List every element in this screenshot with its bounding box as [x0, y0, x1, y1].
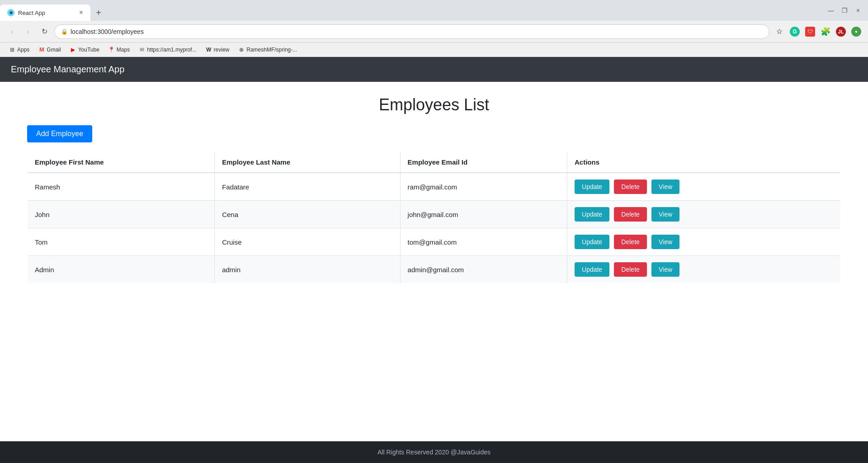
cell-last-name: Cruise — [215, 228, 400, 256]
bookmark-review[interactable]: W review — [202, 45, 233, 54]
view-button[interactable]: View — [651, 207, 679, 222]
col-first-name: Employee First Name — [28, 152, 215, 173]
youtube-icon: ▶ — [70, 47, 76, 53]
cell-email: ram@gmail.com — [400, 173, 567, 201]
ext-shield-icon[interactable]: 🛡 — [804, 25, 816, 38]
cell-email: john@gmail.com — [400, 201, 567, 228]
cell-first-name: John — [28, 201, 215, 228]
browser-toolbar: ‹ › ↻ 🔒 ☆ G 🛡 🧩 JL ● — [0, 21, 868, 43]
bookmark-myprof-label: https://am1.myprof... — [147, 47, 196, 53]
cell-last-name: Cena — [215, 201, 400, 228]
table-header-row: Employee First Name Employee Last Name E… — [28, 152, 841, 173]
bookmark-gmail-label: Gmail — [47, 47, 61, 53]
apps-icon: ⊞ — [9, 47, 15, 53]
new-tab-button[interactable]: + — [90, 5, 107, 21]
update-button[interactable]: Update — [575, 207, 609, 222]
email-icon: ✉ — [139, 47, 145, 53]
bookmark-maps[interactable]: 📍 Maps — [105, 45, 133, 54]
add-employee-button[interactable]: Add Employee — [27, 125, 92, 142]
cell-email: tom@gmail.com — [400, 228, 567, 256]
tab-title: React App — [18, 9, 45, 16]
cell-actions: Update Delete View — [567, 256, 841, 283]
lock-icon: 🔒 — [61, 28, 68, 35]
tab-bar: ⚛ React App × + — ❐ × — [0, 0, 868, 21]
window-controls: — ❐ × — [825, 0, 868, 21]
browser-window: ⚛ React App × + — ❐ × ‹ › ↻ 🔒 ☆ G 🛡 — [0, 0, 868, 463]
col-actions: Actions — [567, 152, 841, 173]
ext-circle-icon[interactable]: ● — [850, 25, 863, 38]
minimize-button[interactable]: — — [825, 4, 837, 17]
bookmark-review-label: review — [214, 47, 230, 53]
active-tab[interactable]: ⚛ React App × — [0, 5, 90, 21]
forward-button[interactable]: › — [22, 25, 34, 38]
bookmark-youtube[interactable]: ▶ YouTube — [66, 45, 103, 54]
app-navbar: Employee Management App — [0, 57, 868, 82]
toolbar-icons: ☆ G 🛡 🧩 JL ● — [773, 25, 863, 38]
tab-favicon: ⚛ — [7, 9, 14, 16]
cell-email: admin@gmail.com — [400, 256, 567, 283]
bookmark-github-label: RameshMF/spring-... — [246, 47, 297, 53]
bookmark-github[interactable]: ⊕ RameshMF/spring-... — [235, 45, 301, 54]
address-input[interactable] — [71, 28, 763, 35]
cell-first-name: Admin — [28, 256, 215, 283]
cell-last-name: Fadatare — [215, 173, 400, 201]
update-button[interactable]: Update — [575, 235, 609, 249]
ext-puzzle-icon[interactable]: 🧩 — [819, 25, 832, 38]
star-icon[interactable]: ☆ — [773, 25, 786, 38]
col-email: Employee Email Id — [400, 152, 567, 173]
app-navbar-title: Employee Management App — [11, 64, 124, 74]
main-content: Employees List Add Employee Employee Fir… — [0, 82, 868, 441]
table-row: Ramesh Fadatare ram@gmail.com Update Del… — [28, 173, 841, 201]
github-icon: ⊕ — [238, 47, 245, 53]
cell-first-name: Tom — [28, 228, 215, 256]
footer-text: All Rights Reserved 2020 @JavaGuides — [377, 449, 491, 456]
delete-button[interactable]: Delete — [614, 262, 646, 277]
cell-actions: Update Delete View — [567, 173, 841, 201]
table-row: Tom Cruise tom@gmail.com Update Delete V… — [28, 228, 841, 256]
page-title: Employees List — [27, 95, 841, 114]
bookmark-myprof[interactable]: ✉ https://am1.myprof... — [135, 45, 200, 54]
ext-grammarly-icon[interactable]: G — [788, 25, 801, 38]
cell-last-name: admin — [215, 256, 400, 283]
close-button[interactable]: × — [852, 4, 864, 17]
bookmark-maps-label: Maps — [117, 47, 130, 53]
maps-icon: 📍 — [108, 47, 115, 53]
view-button[interactable]: View — [651, 262, 679, 277]
col-last-name: Employee Last Name — [215, 152, 400, 173]
update-button[interactable]: Update — [575, 262, 609, 277]
delete-button[interactable]: Delete — [614, 207, 646, 222]
view-button[interactable]: View — [651, 180, 679, 194]
tab-close-button[interactable]: × — [79, 9, 83, 16]
table-row: Admin admin admin@gmail.com Update Delet… — [28, 256, 841, 283]
address-bar[interactable]: 🔒 — [54, 24, 769, 39]
cell-actions: Update Delete View — [567, 228, 841, 256]
gmail-icon: M — [38, 47, 45, 53]
ext-user-icon[interactable]: JL — [835, 25, 847, 38]
back-button[interactable]: ‹ — [5, 25, 18, 38]
employee-table: Employee First Name Employee Last Name E… — [27, 151, 841, 283]
bookmark-gmail[interactable]: M Gmail — [35, 45, 64, 54]
cell-actions: Update Delete View — [567, 201, 841, 228]
update-button[interactable]: Update — [575, 180, 609, 194]
bookmark-apps[interactable]: ⊞ Apps — [5, 45, 33, 54]
bookmark-youtube-label: YouTube — [78, 47, 99, 53]
bookmarks-bar: ⊞ Apps M Gmail ▶ YouTube 📍 Maps ✉ https:… — [0, 43, 868, 57]
bookmark-apps-label: Apps — [17, 47, 29, 53]
app-content: Employee Management App Employees List A… — [0, 57, 868, 463]
app-footer: All Rights Reserved 2020 @JavaGuides — [0, 441, 868, 463]
view-button[interactable]: View — [651, 235, 679, 249]
delete-button[interactable]: Delete — [614, 180, 646, 194]
table-row: John Cena john@gmail.com Update Delete V… — [28, 201, 841, 228]
cell-first-name: Ramesh — [28, 173, 215, 201]
wiki-icon: W — [206, 47, 212, 53]
delete-button[interactable]: Delete — [614, 235, 646, 249]
refresh-button[interactable]: ↻ — [38, 25, 51, 38]
maximize-button[interactable]: ❐ — [838, 4, 851, 17]
